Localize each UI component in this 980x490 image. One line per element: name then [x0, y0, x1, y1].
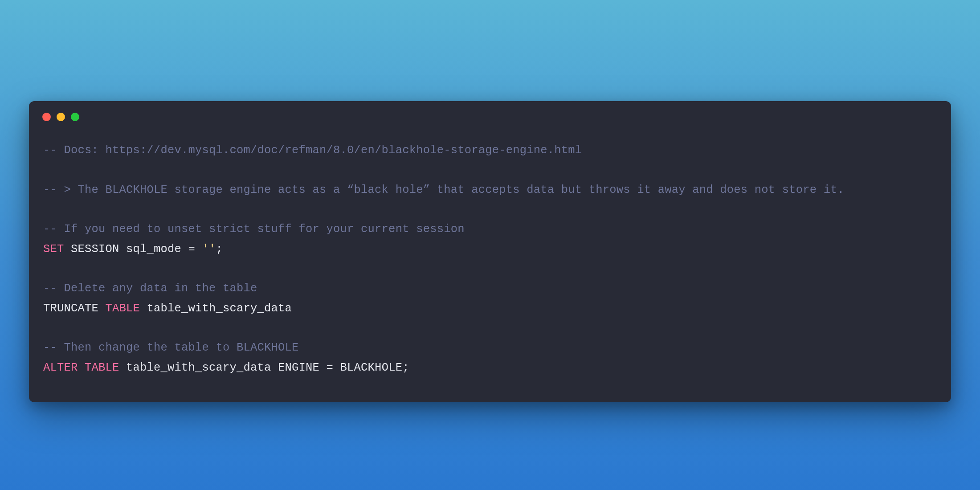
code-block: -- Docs: https://dev.mysql.com/doc/refma…	[29, 126, 951, 378]
window-titlebar	[29, 101, 951, 126]
code-token-plain: ;	[216, 243, 223, 256]
code-token-comment: -- Docs: https://dev.mysql.com/doc/refma…	[43, 144, 582, 157]
code-token-comment: -- > The BLACKHOLE storage engine acts a…	[43, 184, 844, 196]
code-token-comment: -- Then change the table to BLACKHOLE	[43, 341, 299, 354]
close-icon[interactable]	[42, 113, 51, 121]
code-token-comment: -- If you need to unset strict stuff for…	[43, 223, 465, 236]
code-window: -- Docs: https://dev.mysql.com/doc/refma…	[29, 101, 951, 402]
code-token-plain: SESSION sql_mode =	[64, 243, 202, 256]
code-token-plain: table_with_scary_data ENGINE = BLACKHOLE…	[119, 361, 409, 374]
code-token-keyword-pink: TABLE	[106, 302, 140, 315]
code-token-comment: -- Delete any data in the table	[43, 282, 257, 295]
code-token-string: ''	[202, 243, 216, 256]
code-token-plain: table_with_scary_data	[140, 302, 292, 315]
code-token-plain: TRUNCATE	[43, 302, 106, 315]
code-token-keyword-pink: ALTER TABLE	[43, 361, 119, 374]
code-token-keyword-pink: SET	[43, 243, 64, 256]
minimize-icon[interactable]	[57, 113, 65, 121]
zoom-icon[interactable]	[71, 113, 79, 121]
